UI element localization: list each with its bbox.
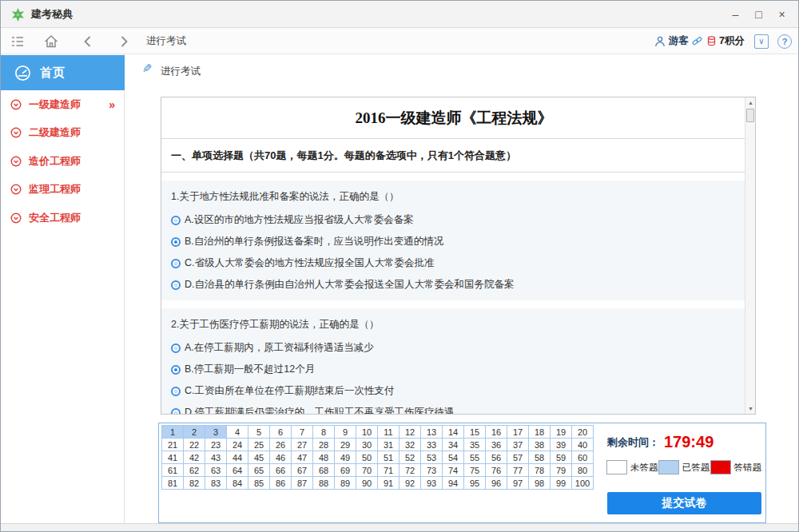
answer-option[interactable]: B.自治州的单行条例报送备案时，应当说明作出变通的情况 [169,231,738,252]
answer-grid-cell[interactable]: 92 [400,477,421,490]
answer-grid-cell[interactable]: 32 [400,439,421,451]
answer-grid-cell[interactable]: 79 [551,464,572,477]
answer-grid-cell[interactable]: 63 [205,464,227,477]
answer-grid-cell[interactable]: 29 [335,439,356,451]
answer-option[interactable]: C.省级人大常委会的地方性法规应报全国人大常委会批准 [169,252,738,274]
answer-option[interactable]: A.在停工薪期内，原工资福利待遇适当减少 [169,337,738,359]
answer-grid-cell[interactable]: 5 [248,426,270,439]
answer-grid-cell[interactable]: 90 [356,477,378,490]
answer-grid-cell[interactable]: 80 [572,464,594,477]
answer-grid-cell[interactable]: 56 [486,451,507,464]
answer-grid-cell[interactable]: 86 [270,477,292,490]
answer-grid-cell[interactable]: 19 [551,426,572,439]
radio-button-icon[interactable] [171,365,181,375]
answer-grid-cell[interactable]: 27 [292,439,313,451]
answer-grid-cell[interactable]: 42 [184,451,205,464]
answer-grid-cell[interactable]: 48 [313,451,335,464]
sidebar-item-yiji[interactable]: 一级建造师 » [1,90,125,119]
answer-grid-cell[interactable]: 38 [529,439,551,451]
minimize-button[interactable]: – [724,4,747,25]
answer-grid-cell[interactable]: 100 [572,477,594,490]
answer-grid-cell[interactable]: 39 [551,439,572,451]
scroll-up-icon[interactable]: ▲ [745,97,756,108]
scrollbar[interactable]: ▲ ▼ [745,97,755,414]
answer-grid-cell[interactable]: 54 [443,451,464,464]
radio-button-icon[interactable] [171,343,181,353]
answer-grid-cell[interactable]: 11 [378,426,400,439]
answer-grid-cell[interactable]: 73 [421,464,443,477]
radio-button-icon[interactable] [171,259,181,268]
answer-grid-cell[interactable]: 60 [572,451,594,464]
close-button[interactable]: × [770,4,793,25]
answer-grid-cell[interactable]: 82 [184,477,205,490]
answer-grid-cell[interactable]: 66 [270,464,292,477]
answer-grid-cell[interactable]: 22 [184,439,205,451]
answer-grid-cell[interactable]: 1 [162,426,184,439]
answer-grid-cell[interactable]: 50 [356,451,378,464]
answer-grid-cell[interactable]: 85 [248,477,270,490]
answer-grid-cell[interactable]: 70 [356,464,378,477]
answer-grid-cell[interactable]: 3 [205,426,227,439]
scroll-down-icon[interactable]: ▼ [745,403,756,414]
answer-grid-cell[interactable]: 89 [335,477,356,490]
answer-option[interactable]: C.工资由所在单位在停工薪期结束后一次性支付 [169,380,738,402]
answer-grid-cell[interactable]: 78 [529,464,551,477]
answer-grid-cell[interactable]: 58 [529,451,551,464]
submit-exam-button[interactable]: 提交试卷 [607,492,761,514]
help-icon[interactable]: ? [777,34,792,49]
radio-button-icon[interactable] [171,408,181,415]
radio-button-icon[interactable] [171,280,181,290]
answer-grid-cell[interactable]: 33 [421,439,443,451]
answer-grid-cell[interactable]: 47 [292,451,313,464]
answer-grid-cell[interactable]: 98 [529,477,551,490]
answer-grid-cell[interactable]: 53 [421,451,443,464]
scrollbar-thumb[interactable] [746,109,754,122]
dropdown-box-icon[interactable]: ∨ [754,34,769,49]
answer-grid-cell[interactable]: 2 [184,426,205,439]
menu-list-icon[interactable] [10,34,26,50]
expand-arrows-icon[interactable]: » [109,98,113,111]
maximize-button[interactable]: □ [747,4,770,25]
answer-grid-cell[interactable]: 25 [248,439,270,451]
answer-grid-cell[interactable]: 76 [486,464,507,477]
answer-grid-cell[interactable]: 69 [335,464,356,477]
answer-grid-cell[interactable]: 17 [507,426,529,439]
answer-grid-cell[interactable]: 13 [421,426,443,439]
answer-grid-cell[interactable]: 65 [248,464,270,477]
answer-grid-cell[interactable]: 10 [356,426,378,439]
answer-grid-cell[interactable]: 46 [270,451,292,464]
answer-grid-cell[interactable]: 96 [486,477,507,490]
answer-grid-cell[interactable]: 21 [162,439,184,451]
sidebar-item-home[interactable]: 首页 [1,55,125,90]
answer-grid-cell[interactable]: 68 [313,464,335,477]
answer-grid-cell[interactable]: 74 [443,464,464,477]
answer-grid-cell[interactable]: 87 [292,477,313,490]
answer-grid-cell[interactable]: 55 [464,451,486,464]
answer-grid-cell[interactable]: 23 [205,439,227,451]
answer-grid-cell[interactable]: 30 [356,439,378,451]
answer-grid-cell[interactable]: 28 [313,439,335,451]
answer-grid-cell[interactable]: 6 [270,426,292,439]
answer-grid-cell[interactable]: 67 [292,464,313,477]
user-account[interactable]: 游客 [654,28,702,54]
answer-grid-cell[interactable]: 81 [162,477,184,490]
answer-grid-cell[interactable]: 52 [400,451,421,464]
answer-grid-cell[interactable]: 8 [313,426,335,439]
answer-grid-cell[interactable]: 91 [378,477,400,490]
answer-grid-cell[interactable]: 4 [227,426,248,439]
answer-grid-cell[interactable]: 62 [184,464,205,477]
answer-grid-cell[interactable]: 16 [486,426,507,439]
answer-grid-cell[interactable]: 24 [227,439,248,451]
answer-grid-cell[interactable]: 83 [205,477,227,490]
answer-grid-cell[interactable]: 7 [292,426,313,439]
answer-grid-cell[interactable]: 9 [335,426,356,439]
answer-grid-cell[interactable]: 77 [507,464,529,477]
radio-button-icon[interactable] [171,387,181,396]
answer-grid-cell[interactable]: 35 [464,439,486,451]
answer-grid-cell[interactable]: 12 [400,426,421,439]
answer-grid-cell[interactable]: 20 [572,426,594,439]
points-balance[interactable]: 7积分 [707,28,745,54]
answer-grid-cell[interactable]: 40 [572,439,594,451]
answer-grid-cell[interactable]: 36 [486,439,507,451]
answer-grid-cell[interactable]: 59 [551,451,572,464]
